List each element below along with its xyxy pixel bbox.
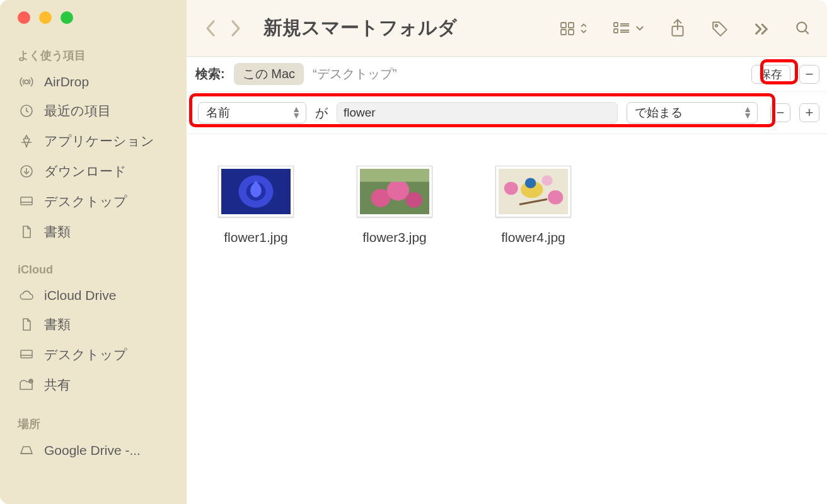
file-thumbnail: [495, 166, 571, 217]
file-name: flower4.jpg: [501, 230, 565, 245]
criteria-operator-label: で始まる: [635, 105, 683, 121]
svg-rect-7: [561, 23, 566, 28]
sidebar-item-google-drive[interactable]: Google Drive -...: [0, 438, 187, 463]
file-item[interactable]: flower3.jpg: [344, 166, 445, 245]
doc-icon: [18, 224, 35, 239]
file-thumbnail: [357, 166, 432, 217]
disk-icon: [18, 443, 35, 458]
sidebar-section-favorites: よく使う項目: [0, 44, 187, 67]
criteria-inner: 名前 ▲▼ が で始まる ▲▼: [194, 100, 761, 126]
sidebar-item-icloud-documents[interactable]: 書類: [0, 311, 187, 338]
sidebar-item-label: デスクトップ: [44, 346, 127, 364]
tags-button[interactable]: [711, 20, 729, 37]
search-scope-bar: 検索: この Mac “デスクトップ” 保存 −: [187, 57, 827, 92]
zoom-window-button[interactable]: [61, 11, 73, 24]
sidebar-item-label: アプリケーション: [44, 132, 154, 150]
sidebar-item-label: 共有: [44, 376, 71, 394]
criteria-value-input[interactable]: [337, 102, 618, 123]
toolbar-icons: [560, 19, 812, 38]
stepper-icon: ▲▼: [292, 106, 301, 119]
scope-desktop[interactable]: “デスクトップ”: [313, 66, 396, 83]
main-pane: 新規スマートフォルダ: [187, 0, 827, 504]
search-button[interactable]: [794, 20, 812, 37]
sidebar-item-airdrop[interactable]: AirDrop: [0, 69, 187, 94]
sidebar-item-label: 最近の項目: [44, 102, 111, 120]
sidebar-section-locations: 場所: [0, 413, 187, 435]
svg-rect-12: [614, 29, 618, 33]
sidebar-item-label: Google Drive -...: [44, 443, 141, 458]
share-button[interactable]: [669, 19, 686, 38]
airdrop-icon: [18, 74, 35, 89]
sidebar-item-recents[interactable]: 最近の項目: [0, 97, 187, 125]
svg-point-29: [525, 178, 536, 188]
sidebar-item-downloads[interactable]: ダウンロード: [0, 158, 187, 185]
view-mode-button[interactable]: [560, 21, 587, 36]
svg-rect-23: [360, 169, 429, 182]
desktop-icon: [18, 194, 35, 209]
sidebar-item-documents[interactable]: 書類: [0, 218, 187, 246]
criteria-row-wrap: 名前 ▲▼ が で始まる ▲▼ − +: [187, 92, 827, 134]
sidebar-section-icloud: iCloud: [0, 260, 187, 280]
svg-rect-10: [569, 30, 574, 35]
file-name: flower1.jpg: [224, 230, 288, 245]
svg-point-25: [504, 182, 518, 195]
doc-icon: [18, 317, 35, 332]
toolbar: 新規スマートフォルダ: [187, 0, 827, 57]
back-button[interactable]: [204, 19, 217, 38]
window-title: 新規スマートフォルダ: [263, 15, 457, 41]
svg-point-26: [548, 190, 563, 205]
sidebar-item-label: 書類: [44, 316, 71, 333]
criteria-attribute-label: 名前: [206, 105, 230, 121]
stepper-icon: ▲▼: [743, 106, 752, 119]
svg-rect-3: [21, 197, 32, 205]
file-thumbnail: [218, 166, 294, 217]
close-window-button[interactable]: [18, 11, 30, 24]
criteria-operator-select[interactable]: で始まる ▲▼: [627, 102, 758, 123]
apps-icon: [18, 134, 35, 149]
download-icon: [18, 164, 35, 179]
search-label: 検索:: [195, 66, 225, 83]
overflow-button[interactable]: [754, 22, 769, 35]
minimize-window-button[interactable]: [39, 11, 52, 24]
sidebar-item-label: ダウンロード: [44, 163, 127, 180]
sidebar-item-applications[interactable]: アプリケーション: [0, 127, 187, 155]
svg-point-21: [387, 180, 409, 200]
svg-point-0: [25, 80, 28, 84]
svg-rect-11: [614, 23, 618, 26]
svg-rect-4: [21, 350, 32, 358]
shared-folder-icon: [18, 377, 35, 392]
group-button[interactable]: [613, 21, 644, 36]
criteria-row: 名前 ▲▼ が で始まる ▲▼ − +: [187, 92, 827, 134]
svg-point-15: [797, 22, 806, 32]
clock-icon: [18, 103, 35, 118]
svg-point-14: [715, 24, 717, 26]
save-button[interactable]: 保存: [751, 65, 790, 84]
nav-arrows: [204, 19, 242, 38]
criteria-attribute-select[interactable]: 名前 ▲▼: [198, 102, 306, 123]
sidebar-item-desktop[interactable]: デスクトップ: [0, 188, 187, 215]
sidebar-item-label: 書類: [44, 223, 71, 241]
sidebar-item-label: iCloud Drive: [44, 288, 116, 303]
file-grid[interactable]: flower1.jpg flower3.jpg: [187, 134, 827, 504]
file-name: flower3.jpg: [362, 230, 427, 245]
sidebar-item-label: デスクトップ: [44, 193, 127, 210]
criteria-add-button[interactable]: +: [799, 103, 819, 122]
scope-this-mac[interactable]: この Mac: [234, 63, 304, 85]
file-item[interactable]: flower4.jpg: [483, 166, 584, 245]
svg-point-22: [406, 192, 422, 208]
criteria-verb: が: [315, 105, 328, 122]
desktop-icon: [18, 347, 35, 362]
forward-button[interactable]: [229, 19, 242, 38]
svg-rect-9: [561, 30, 566, 35]
sidebar-item-icloud-desktop[interactable]: デスクトップ: [0, 341, 187, 369]
criteria-remove-button[interactable]: −: [770, 103, 790, 122]
finder-window: よく使う項目 AirDrop 最近の項目 アプリケーション ダウンロード: [0, 0, 827, 504]
sidebar-item-icloud-drive[interactable]: iCloud Drive: [0, 283, 187, 308]
svg-point-27: [541, 175, 553, 185]
sidebar-item-shared[interactable]: 共有: [0, 371, 187, 399]
cloud-icon: [18, 288, 35, 303]
remove-criteria-button[interactable]: −: [799, 65, 819, 84]
window-controls: [0, 11, 187, 42]
sidebar: よく使う項目 AirDrop 最近の項目 アプリケーション ダウンロード: [0, 0, 187, 504]
file-item[interactable]: flower1.jpg: [205, 166, 306, 245]
